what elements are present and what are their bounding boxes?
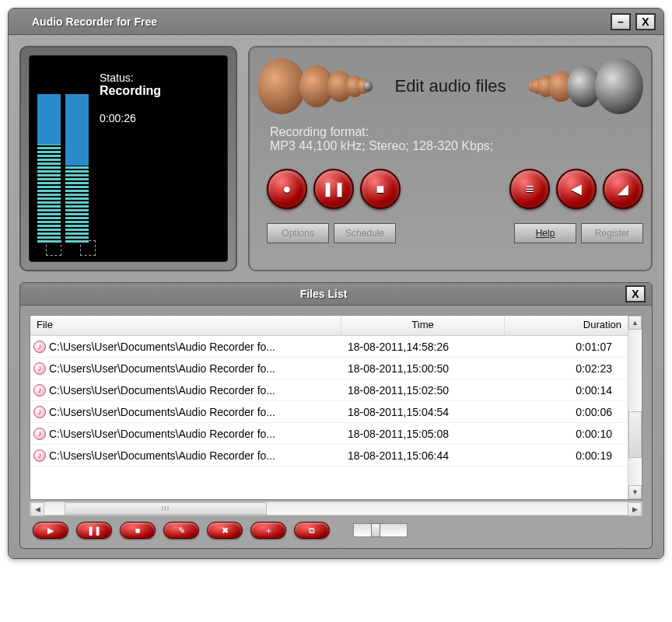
file-path: C:\Users\User\Documents\Audio Recorder f… bbox=[49, 449, 275, 462]
pause-icon: ❚❚ bbox=[87, 526, 101, 536]
app-window: Audio Recorder for Free – X Status: Reco… bbox=[8, 8, 664, 559]
table-row[interactable]: ♪C:\Users\User\Documents\Audio Recorder … bbox=[30, 401, 628, 423]
tb-play-button[interactable]: ▶ bbox=[33, 522, 68, 539]
scroll-down-icon[interactable]: ▼ bbox=[628, 485, 642, 499]
file-time: 18-08-2011,15:02:50 bbox=[341, 384, 505, 397]
file-duration: 0:00:06 bbox=[505, 406, 628, 418]
level-bar-left bbox=[37, 64, 61, 243]
edit-audio-link[interactable]: Edit audio files bbox=[394, 76, 506, 96]
transport-buttons: ● ❚❚ ■ ≡ ◀ ◢ bbox=[257, 169, 643, 209]
audio-file-icon: ♪ bbox=[33, 341, 46, 353]
skip-button[interactable]: ◢ bbox=[603, 169, 643, 209]
elapsed-time: 0:00:26 bbox=[100, 112, 161, 124]
edit-icon: ✎ bbox=[178, 526, 185, 536]
file-duration: 0:00:14 bbox=[505, 384, 628, 397]
col-duration[interactable]: Duration bbox=[505, 316, 628, 335]
col-time[interactable]: Time bbox=[341, 316, 505, 335]
file-duration: 0:00:19 bbox=[505, 449, 628, 462]
files-list-wrap: File Time Duration ♪C:\Users\User\Docume… bbox=[19, 306, 653, 549]
audio-file-icon: ♪ bbox=[33, 384, 46, 397]
table-row[interactable]: ♪C:\Users\User\Documents\Audio Recorder … bbox=[30, 358, 628, 379]
table-row[interactable]: ♪C:\Users\User\Documents\Audio Recorder … bbox=[30, 445, 628, 466]
files-list-box: File Time Duration ♪C:\Users\User\Docume… bbox=[30, 315, 642, 500]
table-row[interactable]: ♪C:\Users\User\Documents\Audio Recorder … bbox=[30, 379, 628, 401]
table-row[interactable]: ♪C:\Users\User\Documents\Audio Recorder … bbox=[30, 336, 628, 358]
top-area: Status: Recording 0:00:26 bbox=[9, 35, 663, 282]
minimize-button[interactable]: – bbox=[611, 13, 631, 30]
pause-button[interactable]: ❚❚ bbox=[313, 169, 354, 209]
stop-icon: ■ bbox=[135, 526, 141, 535]
tb-edit-button[interactable]: ✎ bbox=[163, 522, 199, 539]
schedule-button[interactable]: Schedule bbox=[334, 223, 396, 243]
recorder-panel: Edit audio files Recording format: MP3 4… bbox=[248, 46, 653, 271]
file-time: 18-08-2011,14:58:26 bbox=[341, 341, 505, 353]
files-section: Files List X File Time Duration ♪C:\User… bbox=[9, 282, 663, 558]
file-duration: 0:00:10 bbox=[505, 428, 628, 440]
horizontal-scrollbar[interactable]: ◀ III ▶ bbox=[30, 501, 642, 515]
file-time: 18-08-2011,15:06:44 bbox=[341, 449, 505, 462]
audio-file-icon: ♪ bbox=[33, 362, 46, 375]
register-button[interactable]: Register bbox=[581, 223, 643, 243]
options-button[interactable]: Options bbox=[267, 223, 329, 243]
stop-button[interactable]: ■ bbox=[360, 169, 401, 209]
files-titlebar: Files List X bbox=[19, 282, 653, 306]
slider-thumb[interactable] bbox=[371, 523, 380, 537]
tb-delete-button[interactable]: ✖ bbox=[207, 522, 243, 539]
tb-pause-button[interactable]: ❚❚ bbox=[76, 522, 112, 539]
scroll-left-icon[interactable]: ◀ bbox=[30, 502, 44, 516]
copy-icon: ⧉ bbox=[309, 526, 315, 536]
channel-selector-right-icon[interactable] bbox=[80, 240, 96, 256]
help-button[interactable]: Help bbox=[514, 223, 576, 243]
skip-icon: ◢ bbox=[618, 180, 628, 197]
close-button[interactable]: X bbox=[635, 13, 656, 30]
tb-copy-button[interactable]: ⧉ bbox=[294, 522, 330, 539]
format-block: Recording format: MP3 44,100 kHz; Stereo… bbox=[257, 125, 643, 153]
status-label: Status: bbox=[100, 72, 161, 84]
tb-add-button[interactable]: ＋ bbox=[250, 522, 286, 539]
file-path: C:\Users\User\Documents\Audio Recorder f… bbox=[49, 428, 275, 440]
file-duration: 0:02:23 bbox=[505, 362, 628, 375]
format-label: Recording format: bbox=[270, 125, 643, 139]
files-list-content: File Time Duration ♪C:\Users\User\Docume… bbox=[30, 316, 628, 499]
bottom-toolbar: ▶ ❚❚ ■ ✎ ✖ ＋ ⧉ bbox=[30, 522, 642, 539]
scroll-thumb[interactable] bbox=[628, 411, 642, 458]
list-icon: ≡ bbox=[526, 181, 534, 197]
prev-icon: ◀ bbox=[571, 180, 582, 197]
level-meter-display: Status: Recording 0:00:26 bbox=[29, 55, 228, 262]
file-time: 18-08-2011,15:05:08 bbox=[341, 428, 505, 440]
files-title: Files List bbox=[26, 288, 621, 300]
titlebar: Audio Recorder for Free – X bbox=[9, 9, 663, 35]
format-value: MP3 44,100 kHz; Stereo; 128-320 Kbps; bbox=[270, 139, 643, 153]
prev-button[interactable]: ◀ bbox=[556, 169, 597, 209]
horn-left-icon bbox=[257, 58, 366, 114]
status-value: Recording bbox=[100, 84, 161, 98]
file-path: C:\Users\User\Documents\Audio Recorder f… bbox=[49, 362, 275, 375]
files-close-button[interactable]: X bbox=[625, 285, 646, 302]
pause-icon: ❚❚ bbox=[322, 180, 345, 197]
scroll-up-icon[interactable]: ▲ bbox=[628, 316, 642, 330]
channel-selector-left-icon[interactable] bbox=[46, 240, 61, 256]
files-list-header: File Time Duration bbox=[30, 316, 628, 336]
list-button[interactable]: ≡ bbox=[509, 169, 550, 209]
tb-stop-button[interactable]: ■ bbox=[120, 522, 156, 539]
app-title: Audio Recorder for Free bbox=[16, 16, 606, 28]
add-icon: ＋ bbox=[264, 525, 273, 536]
horn-right-icon bbox=[534, 58, 643, 114]
audio-file-icon: ♪ bbox=[33, 428, 46, 440]
audio-file-icon: ♪ bbox=[33, 449, 46, 462]
level-bar-right bbox=[65, 64, 89, 243]
volume-slider[interactable] bbox=[353, 523, 408, 537]
meter-labels: Status: Recording 0:00:26 bbox=[93, 64, 161, 253]
file-time: 18-08-2011,15:04:54 bbox=[341, 406, 505, 418]
hscroll-thumb[interactable]: III bbox=[65, 502, 267, 515]
col-file[interactable]: File bbox=[30, 316, 341, 335]
record-button[interactable]: ● bbox=[267, 169, 307, 209]
horn-row: Edit audio files bbox=[257, 55, 643, 117]
text-button-row: Options Schedule Help Register bbox=[257, 223, 643, 243]
file-path: C:\Users\User\Documents\Audio Recorder f… bbox=[49, 406, 275, 418]
table-row[interactable]: ♪C:\Users\User\Documents\Audio Recorder … bbox=[30, 423, 628, 445]
vertical-scrollbar[interactable]: ▲ ▼ bbox=[628, 316, 642, 499]
delete-icon: ✖ bbox=[222, 526, 229, 536]
scroll-right-icon[interactable]: ▶ bbox=[628, 502, 642, 516]
audio-file-icon: ♪ bbox=[33, 406, 46, 418]
